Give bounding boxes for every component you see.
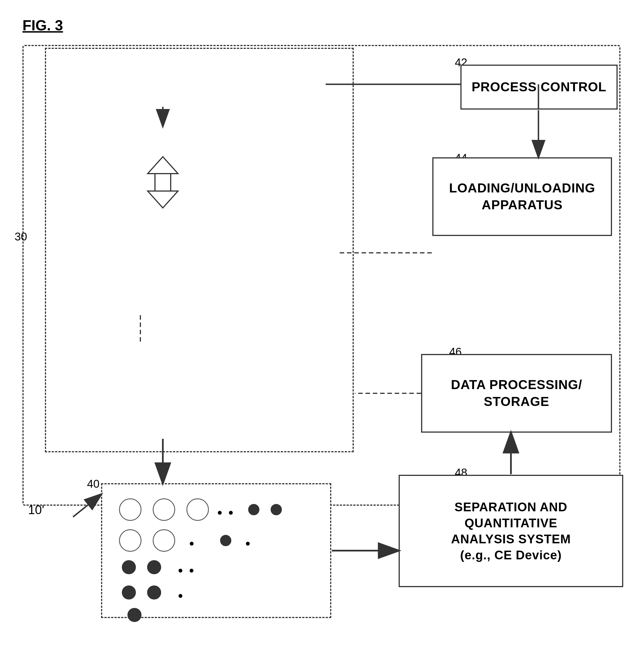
spot-r3c2: [147, 560, 161, 574]
spot-r2c2: [153, 529, 175, 552]
inner-system-dashed: [45, 48, 354, 452]
spot-row1-dots: • •: [217, 505, 234, 521]
spot-r1c6: [271, 504, 282, 515]
spot-r1c1: [119, 499, 141, 521]
spot-row4-dot: •: [178, 588, 183, 604]
spot-r5c1: [128, 608, 141, 622]
spot-r3c1: [122, 560, 136, 574]
ref-10prime: 10': [28, 503, 44, 517]
spot-r4c1: [122, 585, 136, 599]
loading-unloading-box: LOADING/UNLOADING APPARATUS: [432, 157, 612, 236]
spot-r1c3: [186, 499, 209, 521]
data-processing-label: DATA PROCESSING/ STORAGE: [451, 376, 582, 410]
process-control-box: PROCESS CONTROL: [460, 65, 618, 110]
spot-row3-dots: • •: [178, 562, 195, 579]
separation-box: SEPARATION AND QUANTITATIVE ANALYSIS SYS…: [399, 475, 623, 587]
separation-label: SEPARATION AND QUANTITATIVE ANALYSIS SYS…: [451, 499, 571, 563]
spot-r1c2: [153, 499, 175, 521]
process-control-label: PROCESS CONTROL: [472, 79, 606, 95]
spot-r2c4: [220, 535, 231, 546]
loading-unloading-label: LOADING/UNLOADING APPARATUS: [449, 180, 595, 214]
spot-r4c2: [147, 585, 161, 599]
ref-30: 30: [15, 230, 27, 243]
spot-r1c5: [248, 504, 259, 515]
spot-r2c1: [119, 529, 141, 552]
sample-plate-box: • • • • • • •: [101, 483, 331, 618]
ref-40: 40: [87, 478, 100, 490]
figure-label: FIG. 3: [22, 17, 63, 34]
spot-row2-dot2: •: [245, 535, 250, 552]
spot-row2-dots: •: [189, 535, 197, 552]
spots-container: • • • • • • •: [102, 484, 330, 617]
data-processing-box: DATA PROCESSING/ STORAGE: [421, 354, 612, 433]
